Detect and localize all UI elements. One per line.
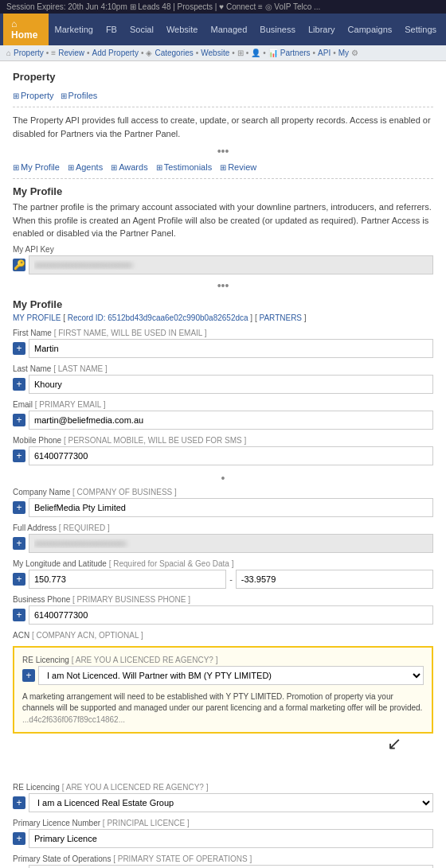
- mobile-field: Mobile Phone [ PERSONAL MOBILE, WILL BE …: [13, 436, 433, 465]
- breadcrumb-categories[interactable]: Categories: [155, 49, 193, 57]
- re-licencing-2-field: RE Licencing [ ARE YOU A LICENCED RE AGE…: [13, 783, 433, 812]
- mobile-plus[interactable]: +: [13, 450, 25, 462]
- company-name-field: Company Name [ COMPANY OF BUSINESS ] +: [13, 488, 433, 517]
- last-name-input[interactable]: [29, 375, 433, 394]
- partners-link[interactable]: PARTNERS: [260, 313, 303, 322]
- api-key-icon: 🔑: [13, 259, 25, 271]
- geo-plus[interactable]: +: [13, 573, 25, 586]
- profile-note: The partner profile is the primary accou…: [13, 200, 433, 240]
- sub-link-awards[interactable]: Awards: [111, 162, 147, 172]
- separator-dot: •: [13, 472, 433, 485]
- nav-managed[interactable]: Managed: [204, 19, 253, 40]
- profile-link-property[interactable]: Property: [13, 91, 54, 100]
- latitude-input[interactable]: [236, 570, 433, 589]
- first-name-plus[interactable]: +: [13, 342, 25, 355]
- full-address-plus[interactable]: +: [13, 537, 25, 550]
- home-button[interactable]: ⌂ Home: [3, 14, 49, 45]
- breadcrumb-add-property[interactable]: Add Property: [92, 49, 139, 57]
- re-licencing-highlight-select[interactable]: I am Not Licenced. Will Partner with BM …: [38, 666, 424, 685]
- breadcrumb-api[interactable]: API: [318, 49, 331, 57]
- nav-library[interactable]: Library: [302, 19, 342, 40]
- first-name-field: First Name [ FIRST NAME, WILL BE USED IN…: [13, 329, 433, 358]
- ellipsis-1: •••: [13, 145, 433, 158]
- api-key-input[interactable]: [29, 255, 433, 274]
- partial-record-text: ...d4c2f636f067f89cc14862...: [22, 715, 424, 724]
- profile-links: Property Profiles: [13, 91, 433, 100]
- full-address-input[interactable]: [29, 534, 433, 553]
- primary-state-select[interactable]: -- Select State -- NSW VIC QLD SA WA TAS…: [29, 865, 433, 869]
- re-licencing-highlight-plus[interactable]: +: [22, 669, 35, 682]
- nav-bar: ⌂ Home Marketing FB Social Website Manag…: [0, 14, 446, 45]
- primary-licence-plus[interactable]: +: [13, 832, 25, 845]
- sub-link-testimonials[interactable]: Testimonials: [156, 162, 213, 172]
- api-key-label: My API Key: [13, 245, 433, 254]
- top-bar: Session Expires: 20th Jun 4:10pm ⊞ Leads…: [0, 0, 446, 14]
- email-input[interactable]: [29, 411, 433, 430]
- nav-fb[interactable]: FB: [100, 19, 123, 40]
- email-field: Email [ PRIMARY EMAIL ] +: [13, 400, 433, 430]
- nav-social[interactable]: Social: [123, 19, 160, 40]
- business-phone-plus[interactable]: +: [13, 609, 25, 621]
- last-name-plus[interactable]: +: [13, 378, 25, 391]
- nav-marketing[interactable]: Marketing: [49, 19, 100, 40]
- api-key-row: 🔑: [13, 255, 433, 274]
- divider-1: [13, 107, 433, 107]
- nav-business[interactable]: Business: [253, 19, 302, 40]
- business-phone-input[interactable]: [29, 605, 433, 625]
- re-licencing-2-plus[interactable]: +: [13, 796, 25, 809]
- email-plus[interactable]: +: [13, 414, 25, 426]
- nav-campaigns[interactable]: Campaigns: [342, 19, 399, 40]
- re-licencing-2-section: RE Licencing [ ARE YOU A LICENCED RE AGE…: [13, 783, 433, 869]
- highlight-note: A marketing arrangement will need to be …: [22, 691, 424, 714]
- nav-settings[interactable]: Settings: [398, 19, 443, 40]
- arrow-indicator: ↙: [13, 734, 401, 754]
- breadcrumb-list-icon: ≡: [51, 49, 56, 57]
- business-phone-field: Business Phone [ PRIMARY BUSINESS PHONE …: [13, 595, 433, 625]
- main-content: Property Property Profiles The Property …: [0, 61, 446, 868]
- full-address-field: Full Address [ REQUIRED ] +: [13, 524, 433, 553]
- re-licencing-highlight-box: RE Licencing [ ARE YOU A LICENCED RE AGE…: [13, 646, 433, 734]
- breadcrumb-property[interactable]: Property: [14, 49, 44, 57]
- acn-field: ACN [ COMPANY ACN, OPTIONAL ]: [13, 631, 433, 640]
- breadcrumb: ⌂ Property • ≡ Review • Add Property • ◈…: [0, 45, 446, 61]
- sub-link-agents[interactable]: Agents: [68, 162, 103, 172]
- last-name-field: Last Name [ LAST NAME ] +: [13, 364, 433, 394]
- sub-link-review[interactable]: Review: [220, 162, 256, 172]
- first-name-input[interactable]: [29, 339, 433, 358]
- re-licencing-2-select[interactable]: I am Not Licenced. Will Partner with BM …: [29, 793, 433, 812]
- nav-website[interactable]: Website: [160, 19, 205, 40]
- geo-field: My Longitude and Latitude [ Required for…: [13, 559, 433, 589]
- breadcrumb-partners[interactable]: Partners: [280, 49, 311, 57]
- divider-2: [13, 178, 433, 179]
- section-title-2: My Profile: [13, 298, 433, 310]
- company-name-plus[interactable]: +: [13, 501, 25, 514]
- page-title: Property: [13, 71, 433, 83]
- re-licencing-highlight-field: RE Licencing [ ARE YOU A LICENCED RE AGE…: [22, 656, 424, 685]
- company-name-input[interactable]: [29, 498, 433, 517]
- section-title-myprofile: My Profile: [13, 185, 433, 197]
- profile-link-profiles[interactable]: Profiles: [61, 91, 98, 100]
- record-info: MY PROFILE [ Record ID: 6512bd43d9caa6e0…: [13, 313, 433, 322]
- primary-state-field: Primary State of Operations [ PRIMARY ST…: [13, 854, 433, 869]
- description-text: The Property API provides full access to…: [13, 114, 433, 140]
- primary-licence-input[interactable]: [29, 829, 433, 848]
- mobile-input[interactable]: [29, 446, 433, 465]
- ellipsis-2: •••: [13, 279, 433, 292]
- primary-licence-field: Primary Licence Number [ PRINCIPAL LICEN…: [13, 819, 433, 848]
- top-bar-text: Session Expires: 20th Jun 4:10pm ⊞ Leads…: [6, 2, 320, 11]
- breadcrumb-website[interactable]: Website: [201, 49, 229, 57]
- breadcrumb-icon: ⌂: [6, 49, 11, 57]
- breadcrumb-my[interactable]: My: [338, 49, 349, 57]
- sub-link-myprofile[interactable]: My Profile: [13, 162, 60, 172]
- breadcrumb-review[interactable]: Review: [58, 49, 84, 57]
- sub-links: My Profile Agents Awards Testimonials Re…: [13, 162, 433, 172]
- longitude-input[interactable]: [29, 570, 226, 589]
